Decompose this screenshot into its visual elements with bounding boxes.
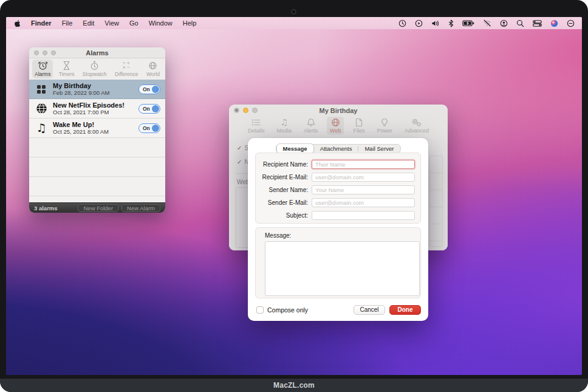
checkbox-row[interactable]: ✓N [237, 159, 249, 165]
search-icon[interactable] [516, 19, 524, 27]
alarms-footer: 3 alarms New Folder New Alarm [29, 202, 165, 213]
device-frame: Finder File Edit View Go Window Help [0, 0, 588, 392]
compose-only-checkbox[interactable] [256, 306, 264, 314]
menu-item-go[interactable]: Go [129, 19, 138, 27]
subject-field[interactable] [312, 211, 415, 220]
tab-label: World [146, 71, 160, 77]
document-icon [355, 118, 363, 127]
alarm-count: 3 alarms [34, 205, 58, 211]
menu-item-edit[interactable]: Edit [83, 19, 94, 27]
tab-label: Alerts [304, 128, 318, 134]
minimize-button[interactable] [43, 50, 47, 55]
zoom-button[interactable] [252, 108, 258, 113]
alarm-list: My Birthday Feb 28, 2022 9:00 AM On New … [29, 80, 165, 203]
watermark: MacZL.com [273, 381, 315, 390]
zoom-button[interactable] [51, 50, 56, 55]
tab-world[interactable]: World [144, 60, 162, 78]
wifi-off-icon[interactable] [483, 19, 491, 27]
tab-stopwatch[interactable]: Stopwatch [80, 60, 109, 78]
new-folder-button[interactable]: New Folder [78, 204, 118, 212]
alarm-toggle[interactable]: On [138, 123, 160, 133]
empty-list-area [29, 138, 165, 203]
alarm-row-netflix[interactable]: New NetFlix Episodes! Oct 28, 2021 7:00 … [29, 99, 165, 119]
music-note-icon: ♫ [34, 122, 49, 134]
recipient-email-label: Recipient E-Mail: [256, 174, 312, 181]
hourglass-icon [63, 61, 70, 70]
new-alarm-button[interactable]: New Alarm [121, 204, 160, 212]
sender-name-label: Sender Name: [256, 187, 312, 193]
tab-advanced[interactable]: Advanced [402, 117, 432, 135]
music-notes-icon: ♫ [281, 118, 289, 127]
grid-icon [34, 85, 49, 94]
menu-item-view[interactable]: View [104, 19, 119, 27]
tab-media[interactable]: ♫ Media [274, 117, 295, 135]
subject-label: Subject: [256, 212, 312, 219]
bezel-chin: MacZL.com [0, 379, 588, 392]
alarms-toolbar: Alarms Timers Stopwatch ÷+×− Difference … [29, 58, 165, 80]
tab-alarms[interactable]: Alarms [32, 60, 53, 78]
difference-icon: ÷+×− [122, 61, 131, 70]
alarms-window: Alarms Alarms Timers Stopwatch ÷+×− Dif [29, 47, 165, 213]
dialog-tabs: Message Attachments Mail Server [276, 144, 401, 153]
tab-label: Details [248, 128, 265, 134]
battery-charging-icon[interactable] [462, 20, 474, 27]
sender-email-label: Sender E-Mail: [256, 199, 312, 206]
list-icon [251, 118, 261, 127]
tab-power[interactable]: Power [374, 117, 395, 135]
tab-timers[interactable]: Timers [56, 60, 77, 78]
message-textarea[interactable] [265, 241, 420, 296]
compose-only-label: Compose only [267, 306, 308, 314]
alarm-row-my-birthday[interactable]: My Birthday Feb 28, 2022 9:00 AM On [29, 80, 165, 99]
recipient-email-field[interactable] [312, 173, 415, 182]
menu-bar: Finder File Edit View Go Window Help [6, 17, 582, 29]
lightbulb-icon [381, 118, 388, 127]
tab-details[interactable]: Details [245, 117, 268, 135]
birthday-titlebar[interactable]: My Birthday [229, 105, 448, 117]
right-panel-box [429, 156, 443, 247]
tab-difference[interactable]: ÷+×− Difference [112, 60, 141, 78]
close-button[interactable] [34, 50, 39, 55]
alarm-title: New NetFlix Episodes! [53, 101, 138, 109]
tab-label: Web [330, 128, 341, 134]
tab-files[interactable]: Files [350, 117, 368, 135]
minimize-button[interactable] [243, 108, 248, 113]
alarm-row-wake-me-up[interactable]: ♫ Wake Me Up! Oct 25, 2021 8:00 AM On [29, 119, 165, 138]
message-dialog: Message Attachments Mail Server Recipien… [248, 138, 428, 321]
focus-icon[interactable] [567, 19, 575, 27]
cancel-button[interactable]: Cancel [354, 305, 385, 315]
playback-icon[interactable] [415, 19, 423, 27]
bell-icon [307, 118, 315, 127]
tab-label: Power [377, 128, 392, 134]
checkbox-row[interactable]: ✓S [237, 145, 248, 151]
tab-attachments[interactable]: Attachments [314, 145, 358, 153]
recipient-name-field[interactable] [312, 160, 415, 169]
tab-mail-server[interactable]: Mail Server [358, 145, 400, 153]
apple-logo-icon[interactable] [13, 19, 21, 27]
bluetooth-icon[interactable] [448, 19, 454, 27]
user-account-icon[interactable] [500, 19, 508, 27]
alarm-toggle[interactable]: On [138, 84, 160, 94]
window-title: Alarms [86, 49, 108, 57]
alarm-title: Wake Me Up! [53, 121, 138, 128]
window-title: My Birthday [320, 107, 358, 114]
tab-alerts[interactable]: Alerts [301, 117, 321, 135]
alarms-titlebar[interactable]: Alarms [29, 47, 165, 58]
alarm-toggle[interactable]: On [138, 104, 160, 114]
sender-email-field[interactable] [312, 198, 415, 207]
sender-name-field[interactable] [312, 185, 415, 194]
menu-item-file[interactable]: File [62, 19, 73, 27]
close-button[interactable] [234, 108, 239, 113]
stopwatch-icon [90, 61, 99, 70]
control-center-icon[interactable] [533, 20, 542, 27]
clock-icon[interactable] [398, 19, 406, 27]
menu-item-window[interactable]: Window [149, 19, 173, 27]
tab-web[interactable]: Web [327, 117, 344, 135]
tab-label: Stopwatch [83, 71, 107, 77]
menu-item-help[interactable]: Help [183, 19, 197, 27]
volume-icon[interactable] [431, 19, 440, 27]
menu-app-name[interactable]: Finder [31, 19, 52, 27]
done-button[interactable]: Done [389, 305, 421, 315]
siri-icon[interactable] [550, 19, 558, 27]
tab-label: Difference [115, 71, 138, 77]
camera-icon [291, 9, 296, 15]
